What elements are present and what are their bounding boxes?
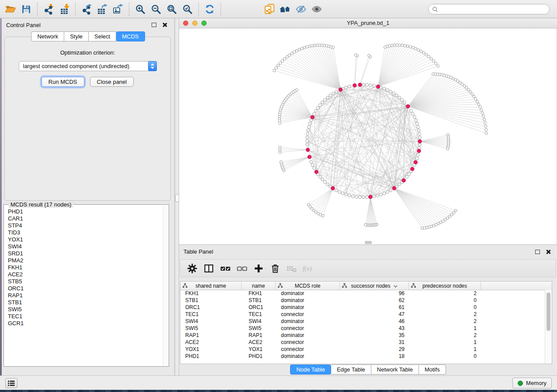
mcds-result-item[interactable]: SWI5 <box>8 306 163 313</box>
column-label: predecessor nodes <box>422 283 467 289</box>
tab-style[interactable]: Style <box>64 31 89 41</box>
mcds-result-item[interactable]: YOX1 <box>8 236 163 243</box>
cell-shared-name: ORC1 <box>180 304 242 311</box>
table-settings-icon[interactable] <box>186 262 199 275</box>
maximize-window-icon[interactable] <box>201 21 207 26</box>
network-window: YPA_prune.txt_1 <box>179 18 557 244</box>
tab-motifs[interactable]: Motifs <box>419 364 446 375</box>
cell-shared-name: FKH1 <box>180 290 242 297</box>
mcds-result-item[interactable]: STB5 <box>8 278 163 285</box>
tab-mcds[interactable]: MCDS <box>116 31 145 41</box>
save-session-icon[interactable] <box>18 2 34 17</box>
function-builder-icon[interactable]: f(x) <box>302 262 315 275</box>
cell-shared-name: ACE2 <box>180 339 242 346</box>
delete-row-icon[interactable] <box>269 262 282 275</box>
table-row[interactable]: YOX1YOX1connector291 <box>180 346 552 353</box>
mcds-result-item[interactable]: ACE2 <box>8 271 163 278</box>
export-network-icon[interactable] <box>79 2 94 17</box>
delete-table-icon[interactable] <box>285 262 298 275</box>
table-row[interactable]: SWI5SWI5connector431 <box>180 325 552 332</box>
select-all-icon[interactable] <box>219 262 232 275</box>
network-canvas[interactable] <box>179 28 557 245</box>
result-scrollbar[interactable] <box>163 205 168 366</box>
import-network-icon[interactable] <box>41 2 56 17</box>
mcds-result-item[interactable]: TEC1 <box>8 313 163 320</box>
mcds-result-item[interactable]: RAP1 <box>8 292 163 299</box>
table-row[interactable]: ACE2ACE2connector311 <box>180 339 552 346</box>
search-input[interactable] <box>440 6 546 13</box>
close-table-panel-icon[interactable] <box>546 249 551 254</box>
run-mcds-button[interactable]: Run MCDS <box>42 77 84 87</box>
mcds-result-list[interactable]: PHD1CAR1STP4TID3YOX1SWI4SRD1PMA2FKH1ACE2… <box>4 208 163 366</box>
deselect-all-icon[interactable] <box>235 262 249 275</box>
float-panel-icon[interactable] <box>152 22 157 28</box>
export-image-icon[interactable] <box>110 2 126 17</box>
zoom-selected-icon[interactable] <box>180 2 195 17</box>
mcds-result-item[interactable]: STP4 <box>8 222 163 229</box>
zoom-in-icon[interactable] <box>132 2 148 17</box>
table-row[interactable]: FKH1FKH1dominator962 <box>180 290 552 297</box>
network-graph[interactable] <box>179 28 557 245</box>
desktop: Control Panel NetworkStyleSelectMCDS Opt… <box>0 0 557 392</box>
column-header-successor-nodes[interactable]: successor nodes <box>340 282 409 290</box>
open-session-icon[interactable] <box>3 2 18 17</box>
mcds-result-item[interactable]: PHD1 <box>8 208 163 215</box>
show-eye-icon[interactable] <box>309 2 325 17</box>
close-panel-icon[interactable] <box>162 22 168 28</box>
minimize-window-icon[interactable] <box>192 21 197 26</box>
add-row-icon[interactable] <box>252 262 265 275</box>
desktop-wallpaper-strip <box>0 390 557 392</box>
mcds-result-item[interactable]: ORC1 <box>8 285 163 292</box>
mcds-result-item[interactable]: FKH1 <box>8 264 163 271</box>
optimization-select[interactable]: largest connected component (undirected) <box>19 61 157 71</box>
close-panel-button[interactable]: Close panel <box>90 77 134 87</box>
column-selector-icon[interactable] <box>202 262 215 275</box>
search-box[interactable] <box>428 4 550 14</box>
column-header-shared-name[interactable]: shared name <box>180 282 242 290</box>
hide-panels-icon[interactable] <box>293 2 309 17</box>
table-scrollbar[interactable] <box>545 290 552 364</box>
duplicate-network-icon[interactable] <box>262 2 277 17</box>
mcds-result-item[interactable]: CAR1 <box>8 215 163 222</box>
memory-button[interactable]: Memory <box>512 378 552 389</box>
table-row[interactable]: SWI4SWI4dominator462 <box>180 318 552 325</box>
table-row[interactable]: RAP1RAP1dominator352 <box>180 332 552 339</box>
network-overview-icon[interactable] <box>277 2 293 17</box>
table-row[interactable]: TEC1TEC1connector472 <box>180 311 552 318</box>
float-table-panel-icon[interactable] <box>535 249 541 254</box>
task-history-button[interactable] <box>5 378 17 388</box>
refresh-icon[interactable] <box>202 2 218 17</box>
zoom-fit-icon[interactable] <box>164 2 180 17</box>
column-label: shared name <box>195 283 226 289</box>
import-table-icon[interactable] <box>56 2 72 17</box>
cell-shared-name: SWI4 <box>180 318 242 325</box>
mcds-result-item[interactable]: TID3 <box>8 229 163 236</box>
close-window-icon[interactable] <box>183 21 188 26</box>
panel-splitter[interactable] <box>175 18 179 375</box>
tab-edge-table[interactable]: Edge Table <box>331 364 371 375</box>
network-titlebar: YPA_prune.txt_1 <box>179 18 557 28</box>
mcds-result-item[interactable]: SRD1 <box>8 250 163 257</box>
canvas-scroll-nub[interactable] <box>365 241 372 244</box>
tab-node-table[interactable]: Node Table <box>290 364 331 375</box>
tab-network[interactable]: Network <box>31 31 64 41</box>
tab-select[interactable]: Select <box>89 31 116 41</box>
table-tabs: Node TableEdge TableNetwork TableMotifs <box>179 364 557 375</box>
column-header-name[interactable]: name <box>242 282 276 290</box>
tab-network-table[interactable]: Network Table <box>371 364 419 375</box>
table-scrollbar-thumb[interactable] <box>547 292 550 331</box>
zoom-out-icon[interactable] <box>148 2 164 17</box>
column-header-MCDS-role[interactable]: MCDS role <box>276 282 340 290</box>
table-row[interactable]: STB1STB1dominator620 <box>180 297 552 304</box>
export-table-icon[interactable] <box>94 2 110 17</box>
mcds-result-item[interactable]: GCR1 <box>8 320 163 327</box>
mcds-result-item[interactable]: SWI4 <box>8 243 163 250</box>
table-row[interactable]: ORC1ORC1dominator610 <box>180 304 552 311</box>
column-header-predecessor-nodes[interactable]: predecessor nodes <box>409 282 481 290</box>
toolbar-separator <box>37 3 38 16</box>
node-table: shared namenameMCDS rolesuccessor nodesp… <box>180 281 552 364</box>
mcds-result-item[interactable]: STB1 <box>8 299 163 306</box>
table-row[interactable]: PHD1PHD1dominator180 <box>180 353 552 360</box>
splitter-handle[interactable] <box>175 194 179 202</box>
mcds-result-item[interactable]: PMA2 <box>8 257 163 264</box>
